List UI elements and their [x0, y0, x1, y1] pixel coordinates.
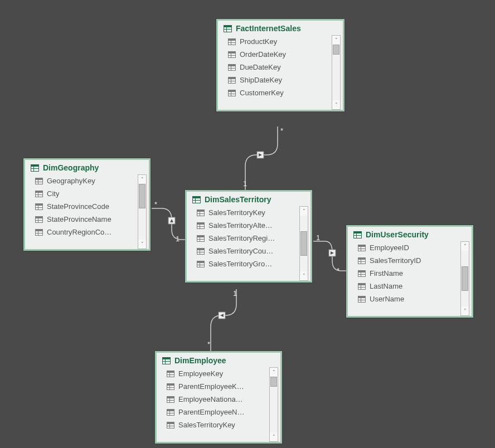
table-title: DimUserSecurity	[366, 230, 429, 239]
scroll-up-icon[interactable]: ˄	[300, 207, 308, 216]
table-dim-user-security[interactable]: DimUserSecurity EmployeeID SalesTerritor…	[346, 225, 473, 318]
table-header[interactable]: DimUserSecurity	[348, 227, 472, 240]
svg-rect-2	[329, 250, 336, 256]
svg-rect-0	[257, 152, 264, 158]
field-list: GeographyKey City StateProvinceCode Stat…	[27, 174, 135, 249]
field-row[interactable]: SalesTerritoryKey	[197, 206, 297, 219]
scroll-up-icon[interactable]: ˄	[332, 36, 340, 45]
column-icon	[197, 235, 205, 242]
field-row[interactable]: StateProvinceCode	[35, 200, 135, 213]
table-fact-internet-sales[interactable]: FactInternetSales ProductKey OrderDateKe…	[216, 19, 344, 111]
field-row[interactable]: SalesTerritoryRegi…	[197, 232, 297, 245]
field-row[interactable]: LastName	[358, 280, 458, 293]
cardinality-one: 1	[316, 233, 320, 242]
column-icon	[35, 203, 43, 210]
field-row[interactable]: CustomerKey	[228, 86, 329, 99]
field-row[interactable]: StateProvinceName	[35, 213, 135, 226]
field-row[interactable]: SalesTerritoryCou…	[197, 245, 297, 257]
cardinality-many: *	[154, 200, 157, 208]
scrollbar[interactable]: ˄ ˅	[269, 367, 278, 442]
field-row[interactable]: SalesTerritoryID	[358, 254, 458, 267]
scroll-up-icon[interactable]: ˄	[138, 175, 146, 184]
field-row[interactable]: EmployeeKey	[167, 367, 267, 380]
column-icon	[228, 77, 236, 84]
scroll-down-icon[interactable]: ˅	[270, 432, 278, 441]
table-header[interactable]: DimGeography	[25, 160, 149, 173]
field-row[interactable]: FirstName	[358, 267, 458, 280]
cardinality-one: 1	[243, 179, 247, 188]
field-list: EmployeeKey ParentEmployeeK… EmployeeNat…	[159, 367, 267, 442]
column-icon	[358, 245, 366, 251]
scroll-down-icon[interactable]: ˅	[461, 306, 469, 315]
table-icon	[162, 357, 171, 364]
table-header[interactable]: DimSalesTerritory	[187, 192, 310, 205]
table-icon	[224, 25, 232, 32]
field-row[interactable]: DueDateKey	[228, 61, 329, 74]
field-row[interactable]: CountryRegionCo…	[35, 226, 135, 238]
column-icon	[167, 409, 174, 416]
field-row[interactable]: EmployeeNationa…	[167, 393, 267, 406]
scroll-up-icon[interactable]: ˄	[461, 242, 469, 251]
column-icon	[228, 64, 236, 71]
column-icon	[167, 422, 174, 428]
column-icon	[197, 210, 205, 216]
field-row[interactable]: ParentEmployeeK…	[167, 380, 267, 393]
scroll-up-icon[interactable]: ˄	[270, 368, 278, 377]
field-row[interactable]: OrderDateKey	[228, 48, 329, 61]
cardinality-many: *	[280, 126, 283, 135]
column-icon	[358, 283, 366, 290]
scrollbar[interactable]: ˄ ˅	[299, 206, 308, 281]
table-dim-sales-territory[interactable]: DimSalesTerritory SalesTerritoryKey Sale…	[185, 190, 312, 283]
field-list: EmployeeID SalesTerritoryID FirstName La…	[350, 241, 458, 316]
cardinality-many: *	[207, 340, 210, 348]
column-icon	[167, 383, 174, 390]
field-list: ProductKey OrderDateKey DueDateKey ShipD…	[220, 35, 329, 110]
scrollbar[interactable]: ˄ ˅	[138, 174, 147, 249]
column-icon	[197, 261, 205, 267]
column-icon	[228, 38, 236, 45]
field-row[interactable]: ParentEmployeeN…	[167, 406, 267, 418]
column-icon	[167, 396, 174, 403]
field-row[interactable]: SalesTerritoryGro…	[197, 257, 297, 270]
column-icon	[228, 51, 236, 58]
table-title: FactInternetSales	[236, 24, 301, 33]
field-row[interactable]: ShipDateKey	[228, 74, 329, 86]
scrollbar[interactable]: ˄ ˅	[332, 35, 341, 110]
table-dim-geography[interactable]: DimGeography GeographyKey City StateProv…	[23, 158, 151, 251]
scroll-down-icon[interactable]: ˅	[332, 100, 340, 109]
table-dim-employee[interactable]: DimEmployee EmployeeKey ParentEmployeeK……	[155, 351, 282, 444]
column-icon	[228, 90, 236, 96]
column-icon	[197, 222, 205, 229]
field-row[interactable]: ProductKey	[228, 35, 329, 48]
cardinality-many: *	[337, 266, 339, 275]
scroll-down-icon[interactable]: ˅	[138, 240, 146, 249]
cardinality-one: 1	[176, 235, 179, 243]
table-header[interactable]: DimEmployee	[157, 353, 280, 366]
table-icon	[192, 196, 201, 203]
field-row[interactable]: GeographyKey	[35, 174, 135, 187]
column-icon	[358, 270, 366, 277]
column-icon	[197, 248, 205, 255]
column-icon	[35, 191, 43, 197]
table-header[interactable]: FactInternetSales	[218, 21, 343, 34]
scroll-down-icon[interactable]: ˅	[300, 271, 308, 280]
column-icon	[35, 178, 43, 184]
cardinality-one: 1	[233, 289, 237, 298]
field-list: SalesTerritoryKey SalesTerritoryAlte… Sa…	[189, 206, 297, 281]
field-row[interactable]: SalesTerritoryKey	[167, 418, 267, 431]
table-icon	[31, 164, 39, 172]
column-icon	[358, 257, 366, 264]
column-icon	[358, 296, 366, 303]
field-row[interactable]: City	[35, 187, 135, 200]
table-title: DimEmployee	[174, 356, 226, 365]
column-icon	[167, 371, 174, 377]
svg-rect-1	[168, 217, 175, 224]
table-title: DimSalesTerritory	[205, 195, 271, 204]
field-row[interactable]: SalesTerritoryAlte…	[197, 219, 297, 232]
svg-rect-3	[219, 312, 225, 319]
scrollbar[interactable]: ˄ ˅	[460, 241, 469, 316]
table-title: DimGeography	[43, 163, 99, 172]
field-row[interactable]: UserName	[358, 293, 458, 305]
table-icon	[353, 231, 362, 238]
field-row[interactable]: EmployeeID	[358, 241, 458, 254]
